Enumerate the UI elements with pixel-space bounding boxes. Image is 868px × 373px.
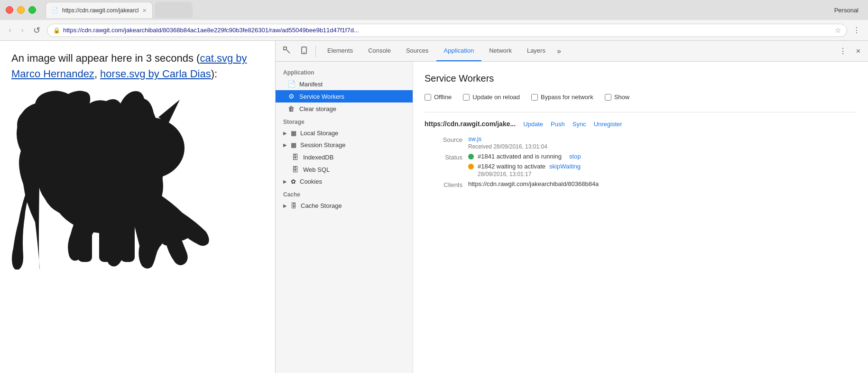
svg-rect-4: [78, 219, 92, 262]
minimize-traffic-light[interactable]: [17, 6, 25, 14]
manifest-label: Manifest: [299, 81, 405, 88]
maximize-traffic-light[interactable]: [28, 6, 36, 14]
page-content: An image will appear here in 3 seconds (…: [0, 41, 275, 373]
back-button[interactable]: ‹: [6, 23, 14, 37]
stop-link[interactable]: stop: [569, 153, 581, 160]
source-label: Source: [425, 135, 462, 150]
devtools-actions: ⋮ ×: [835, 44, 864, 58]
devtools-options-button[interactable]: ⋮: [835, 44, 850, 58]
sw-options-row: Offline Update on reload Bypass for netw…: [425, 93, 857, 101]
cache-section-label: Cache: [276, 187, 413, 200]
tab-network[interactable]: Network: [481, 41, 519, 61]
local-storage-icon: ▦: [291, 130, 296, 137]
browser-menu-button[interactable]: ⋮: [851, 24, 862, 37]
sidebar-item-session-storage[interactable]: ▶ ▦ Session Storage: [276, 139, 413, 151]
service-workers-label: Service Workers: [299, 93, 405, 100]
update-on-reload-checkbox[interactable]: [463, 94, 470, 101]
cookies-label: Cookies: [300, 178, 322, 185]
svg-rect-5: [99, 222, 113, 262]
sync-link[interactable]: Sync: [573, 121, 586, 128]
show-option[interactable]: Show: [605, 93, 630, 101]
status-label: Status: [425, 153, 462, 177]
clients-label: Clients: [425, 180, 462, 188]
push-link[interactable]: Push: [551, 121, 565, 128]
status-1-text: #1841 activated and is running: [478, 153, 562, 160]
show-label: Show: [614, 93, 630, 101]
devtools-main-panel: Service Workers Offline Update on reload: [413, 62, 868, 373]
clients-value: https://cdn.rawgit.com/jakearchibald/803…: [468, 180, 857, 188]
sidebar-item-local-storage[interactable]: ▶ ▦ Local Storage: [276, 127, 413, 139]
cookies-icon: ✿: [291, 178, 296, 185]
page-intro: An image will appear here in 3 seconds (…: [11, 50, 264, 82]
expand-arrow-icon: ▶: [283, 131, 287, 136]
sidebar-item-cookies[interactable]: ▶ ✿ Cookies: [276, 176, 413, 187]
indexeddb-label: IndexedDB: [303, 154, 333, 161]
update-link[interactable]: Update: [523, 121, 543, 128]
browser-tab[interactable]: 📄 https://cdn.rawgit.com/jakearcl ×: [46, 2, 153, 18]
expand-arrow-icon: ▶: [283, 142, 287, 148]
clear-storage-icon: 🗑: [287, 105, 295, 112]
received-label: Received: [468, 143, 493, 150]
reload-button[interactable]: ↺: [30, 23, 43, 37]
close-traffic-light[interactable]: [6, 6, 13, 14]
bypass-for-network-label: Bypass for network: [541, 93, 593, 101]
waiting-details: #1842 waiting to activate skipWaiting 28…: [478, 163, 581, 177]
forward-button[interactable]: ›: [18, 23, 27, 37]
toolbar-separator: [315, 46, 316, 57]
service-workers-icon: ⚙: [287, 93, 295, 100]
svg-rect-10: [284, 47, 286, 50]
show-checkbox[interactable]: [605, 94, 611, 101]
devtools-toolbar: Elements Console Sources Application Net…: [276, 41, 868, 62]
tab-elements[interactable]: Elements: [320, 41, 360, 61]
bypass-for-network-checkbox[interactable]: [531, 94, 538, 101]
bypass-for-network-option[interactable]: Bypass for network: [531, 93, 593, 101]
sidebar-item-indexeddb[interactable]: 🗄 IndexedDB: [276, 151, 413, 163]
devtools-body: Application 📄 Manifest ⚙ Service Workers…: [276, 62, 868, 373]
new-tab-placeholder: [155, 2, 193, 18]
offline-checkbox[interactable]: [425, 94, 431, 101]
clients-url: https://cdn.rawgit.com/jakearchibald/803…: [468, 180, 599, 187]
sidebar-item-cache-storage[interactable]: ▶ 🗄 Cache Storage: [276, 200, 413, 212]
sidebar-item-websql[interactable]: 🗄 Web SQL: [276, 163, 413, 176]
tab-application[interactable]: Application: [436, 41, 482, 61]
unregister-link[interactable]: Unregister: [594, 121, 622, 128]
devtools-tabs: Elements Console Sources Application Net…: [320, 41, 565, 61]
tab-console[interactable]: Console: [360, 41, 398, 61]
sw-detail-grid: Source sw.js Received 28/09/2016, 13:01:…: [425, 135, 857, 188]
url-bar[interactable]: 🔒 https://cdn.rawgit.com/jakearchibald/8…: [47, 24, 847, 37]
bookmark-icon[interactable]: ☆: [835, 26, 841, 35]
skip-waiting-link[interactable]: skipWaiting: [549, 163, 581, 170]
offline-label: Offline: [434, 93, 452, 101]
update-on-reload-option[interactable]: Update on reload: [463, 93, 520, 101]
lock-icon: 🔒: [53, 27, 60, 34]
manifest-icon: 📄: [287, 80, 295, 88]
title-bar: 📄 https://cdn.rawgit.com/jakearcl × Pers…: [0, 0, 868, 20]
sw-source-file-link[interactable]: sw.js: [468, 135, 481, 142]
expand-arrow-icon: ▶: [283, 203, 287, 208]
tab-favicon-icon: 📄: [52, 7, 58, 13]
websql-icon: 🗄: [291, 166, 299, 173]
app-section-label: Application: [276, 65, 413, 78]
storage-section-label: Storage: [276, 115, 413, 127]
sidebar-item-service-workers[interactable]: ⚙ Service Workers: [276, 90, 413, 103]
url-text: https://cdn.rawgit.com/jakearchibald/803…: [63, 27, 832, 34]
horse-svg-link[interactable]: horse.svg by Carla Dias: [100, 68, 211, 80]
devtools-close-button[interactable]: ×: [852, 44, 864, 58]
devtools-sidebar: Application 📄 Manifest ⚙ Service Workers…: [276, 62, 413, 373]
cache-storage-label: Cache Storage: [301, 202, 342, 209]
status-value: #1841 activated and is running stop #184…: [468, 153, 857, 177]
tab-sources[interactable]: Sources: [398, 41, 436, 61]
more-tabs-button[interactable]: »: [553, 41, 565, 61]
inspect-element-button[interactable]: [279, 44, 295, 59]
tab-layers[interactable]: Layers: [519, 41, 553, 61]
tab-close-button[interactable]: ×: [142, 7, 146, 14]
sidebar-item-clear-storage[interactable]: 🗑 Clear storage: [276, 103, 413, 115]
device-toolbar-button[interactable]: [296, 44, 312, 59]
profile-button[interactable]: Personal: [831, 5, 862, 16]
status-2-text: #1842 waiting to activate: [478, 163, 545, 170]
sidebar-item-manifest[interactable]: 📄 Manifest: [276, 78, 413, 90]
offline-option[interactable]: Offline: [425, 93, 452, 101]
browser-window: 📄 https://cdn.rawgit.com/jakearcl × Pers…: [0, 0, 868, 373]
page-intro-text: An image will appear here in 3 seconds (: [11, 52, 200, 64]
devtools-panel: Elements Console Sources Application Net…: [275, 41, 868, 373]
